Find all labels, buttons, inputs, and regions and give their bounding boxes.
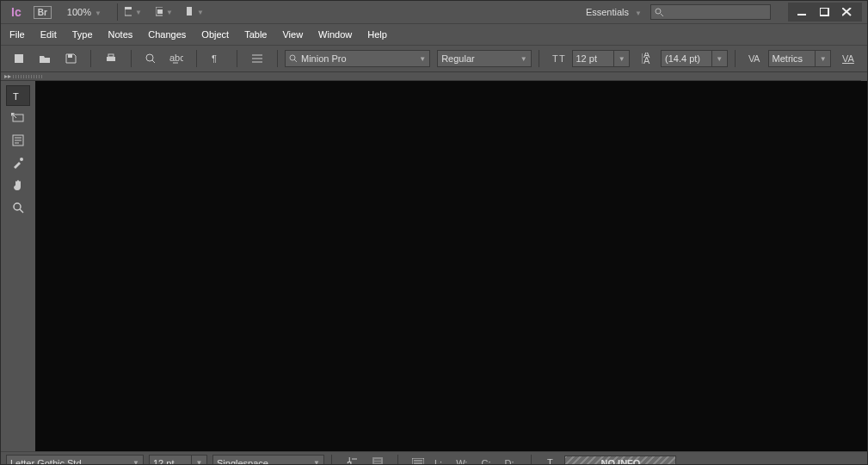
leading-dropdown[interactable]: ▼ xyxy=(712,50,728,67)
document-canvas[interactable] xyxy=(35,81,867,451)
layout-view-icon[interactable] xyxy=(407,454,429,466)
svg-rect-10 xyxy=(820,8,828,16)
svg-text:2: 2 xyxy=(347,460,352,466)
separator xyxy=(331,455,332,466)
save-icon[interactable] xyxy=(59,49,82,68)
panel-grip[interactable] xyxy=(13,75,44,78)
close-button[interactable] xyxy=(840,6,855,18)
new-doc-icon[interactable] xyxy=(8,49,30,68)
menu-notes[interactable]: Notes xyxy=(108,29,133,40)
menu-bar: File Edit Type Notes Changes Object Tabl… xyxy=(1,24,867,45)
svg-rect-9 xyxy=(797,14,806,16)
svg-text:T: T xyxy=(559,53,565,64)
separator xyxy=(131,50,132,67)
kerning-value: Metrics xyxy=(773,53,803,64)
find-icon[interactable] xyxy=(140,49,163,68)
status-font-combo[interactable]: Letter Gothic Std▼ xyxy=(6,455,144,466)
galley-view-icon[interactable]: 12 xyxy=(341,454,363,466)
search-input[interactable] xyxy=(650,4,771,20)
copyfit-icon: T xyxy=(540,454,563,466)
leading-value: (14.4 pt) xyxy=(665,53,700,64)
svg-line-44 xyxy=(20,209,23,213)
workspace-switcher[interactable]: Essentials ▼ xyxy=(586,7,642,17)
svg-point-17 xyxy=(146,54,153,61)
svg-rect-3 xyxy=(157,9,163,14)
app-logo: Ic xyxy=(11,5,22,19)
svg-rect-16 xyxy=(108,54,114,57)
status-spacing-combo[interactable]: Singlespace▼ xyxy=(212,455,324,466)
font-size-combo[interactable]: 12 pt xyxy=(572,50,615,67)
svg-text:T: T xyxy=(547,457,553,466)
separator xyxy=(237,50,237,67)
eyedropper-tool[interactable] xyxy=(6,152,30,173)
screen-mode-button[interactable]: ▼ xyxy=(125,4,142,20)
separator xyxy=(531,455,532,466)
story-view-icon[interactable] xyxy=(366,454,389,466)
svg-rect-53 xyxy=(412,458,424,466)
separator xyxy=(277,50,278,67)
menu-file[interactable]: File xyxy=(9,29,25,40)
print-icon[interactable] xyxy=(100,49,122,68)
kerning-dropdown[interactable]: ▼ xyxy=(816,50,831,67)
stat-c: C: xyxy=(481,458,490,466)
menu-table[interactable]: Table xyxy=(244,29,267,40)
spellcheck-icon[interactable]: abc xyxy=(165,49,188,68)
svg-text:T: T xyxy=(13,91,19,102)
bridge-button[interactable]: Br xyxy=(34,6,52,19)
svg-rect-15 xyxy=(107,57,115,61)
tracking-icon: VA xyxy=(838,49,860,68)
svg-rect-1 xyxy=(125,7,132,9)
svg-line-8 xyxy=(661,14,663,16)
view-options-button[interactable]: ▼ xyxy=(156,4,173,20)
leading-icon: AA xyxy=(637,49,659,68)
svg-rect-49 xyxy=(372,457,383,466)
zoom-level[interactable]: 100%▼ xyxy=(67,7,102,17)
minimize-button[interactable] xyxy=(795,6,810,18)
menu-view[interactable]: View xyxy=(282,29,303,40)
svg-text:VA: VA xyxy=(842,53,855,64)
stat-l: L: xyxy=(434,458,442,466)
arrange-button[interactable]: ▼ xyxy=(187,4,204,20)
svg-point-42 xyxy=(20,158,23,161)
font-family-combo[interactable]: Minion Pro▼ xyxy=(285,50,430,67)
stat-d: D: xyxy=(504,458,514,466)
menu-window[interactable]: Window xyxy=(318,29,352,40)
leading-combo[interactable]: (14.4 pt) xyxy=(661,50,712,67)
svg-rect-4 xyxy=(187,7,192,16)
menu-help[interactable]: Help xyxy=(367,29,387,40)
menu-type[interactable]: Type xyxy=(72,29,93,40)
svg-text:abc: abc xyxy=(169,53,183,63)
zoom-tool[interactable] xyxy=(6,197,30,218)
font-size-icon: TT xyxy=(548,49,570,68)
status-size-dropdown[interactable]: ▼ xyxy=(192,455,207,466)
search-icon xyxy=(289,54,298,63)
position-tool[interactable] xyxy=(6,108,30,128)
note-tool[interactable] xyxy=(6,130,30,151)
open-icon[interactable] xyxy=(34,49,56,68)
svg-line-25 xyxy=(294,59,297,62)
svg-text:A: A xyxy=(643,55,650,65)
kerning-combo[interactable]: Metrics xyxy=(768,50,816,67)
menu-object[interactable]: Object xyxy=(201,29,229,40)
font-size-dropdown[interactable]: ▼ xyxy=(614,50,630,67)
status-spacing-value: Singlespace xyxy=(217,458,268,466)
search-icon xyxy=(655,8,664,17)
menu-icon[interactable] xyxy=(246,49,268,68)
svg-rect-13 xyxy=(15,54,23,63)
font-style-combo[interactable]: Regular▼ xyxy=(437,50,531,67)
separator xyxy=(539,50,539,67)
menu-edit[interactable]: Edit xyxy=(40,29,57,40)
menu-changes[interactable]: Changes xyxy=(148,29,186,40)
expand-panel-icon[interactable]: ▸▸ xyxy=(4,72,11,80)
status-size-combo[interactable]: 12 pt xyxy=(149,455,192,466)
svg-text:¶: ¶ xyxy=(212,53,217,64)
separator xyxy=(117,3,118,21)
hand-tool[interactable] xyxy=(6,175,30,195)
pilcrow-icon[interactable]: ¶ xyxy=(206,49,228,68)
maximize-button[interactable] xyxy=(817,6,833,18)
svg-line-18 xyxy=(152,60,155,63)
type-tool[interactable]: T xyxy=(6,85,30,106)
separator xyxy=(397,455,398,466)
svg-text:A: A xyxy=(754,53,760,64)
svg-point-43 xyxy=(14,203,21,210)
